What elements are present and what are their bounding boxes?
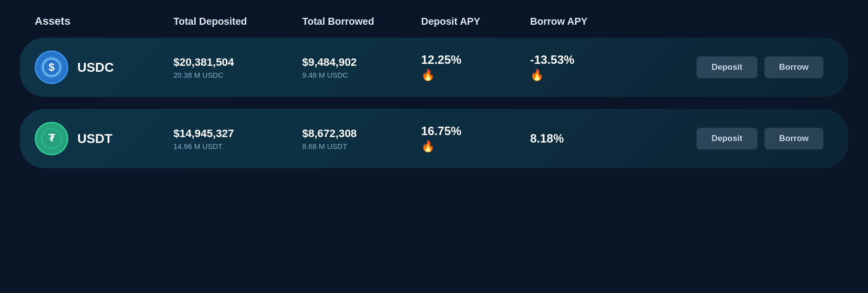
svg-text:$: $ [49,61,54,73]
table-header: Assets Total Deposited Total Borrowed De… [20,10,848,38]
usdt-borrowed-usd: $8,672,308 [302,127,421,140]
asset-info-usdc: $ USDC [35,50,173,84]
usdc-deposited-token: 20.38 M USDC [173,71,302,79]
usdt-borrow-button[interactable]: Borrow [764,128,824,149]
usdt-deposit-fire-icon: 🔥 [421,140,434,153]
usdc-borrow-apy: -13.53% 🔥 [530,53,639,82]
usdt-actions: Deposit Borrow [639,128,833,149]
usdc-icon: $ [35,50,68,84]
usdt-borrow-apy-value: 8.18% [530,132,564,146]
asset-row-usdt: ₮ USDT $14,945,327 14.96 M USDT $8,672,3… [20,109,848,168]
usdt-borrow-apy: 8.18% [530,132,639,146]
usdc-borrow-fire-icon: 🔥 [530,69,543,82]
usdc-deposit-fire-icon: 🔥 [421,69,434,82]
usdc-borrowed-token: 9.48 M USDC [302,71,421,79]
usdc-deposit-apy: 12.25% 🔥 [421,53,530,82]
header-total-borrowed: Total Borrowed [302,16,421,27]
usdc-borrow-apy-value: -13.53% [530,53,574,67]
asset-info-usdt: ₮ USDT [35,122,173,155]
usdc-deposited: $20,381,504 20.38 M USDC [173,56,302,79]
usdt-deposited-usd: $14,945,327 [173,127,302,140]
usdt-deposited: $14,945,327 14.96 M USDT [173,127,302,150]
usdt-icon: ₮ [35,122,68,155]
usdt-deposited-token: 14.96 M USDT [173,142,302,150]
header-borrow-apy: Borrow APY [530,16,639,27]
usdc-deposit-apy-value: 12.25% [421,53,461,67]
usdc-actions: Deposit Borrow [639,56,833,78]
usdc-deposited-usd: $20,381,504 [173,56,302,69]
usdt-name: USDT [77,131,112,146]
asset-row-usdc: $ USDC $20,381,504 20.38 M USDC $9,484,9… [20,38,848,97]
assets-table: Assets Total Deposited Total Borrowed De… [0,0,868,190]
header-total-deposited: Total Deposited [173,16,302,27]
usdc-borrowed: $9,484,902 9.48 M USDC [302,56,421,79]
usdt-deposit-apy-value: 16.75% [421,124,461,138]
header-deposit-apy: Deposit APY [421,16,530,27]
usdc-borrowed-usd: $9,484,902 [302,56,421,69]
usdt-deposit-button[interactable]: Deposit [697,128,757,149]
svg-text:₮: ₮ [49,133,55,144]
header-assets: Assets [35,15,173,28]
usdt-deposit-apy: 16.75% 🔥 [421,124,530,153]
usdc-deposit-button[interactable]: Deposit [697,56,757,78]
usdt-borrowed: $8,672,308 8.68 M USDT [302,127,421,150]
usdc-name: USDC [77,60,114,75]
usdc-borrow-button[interactable]: Borrow [764,56,824,78]
usdt-borrowed-token: 8.68 M USDT [302,142,421,150]
